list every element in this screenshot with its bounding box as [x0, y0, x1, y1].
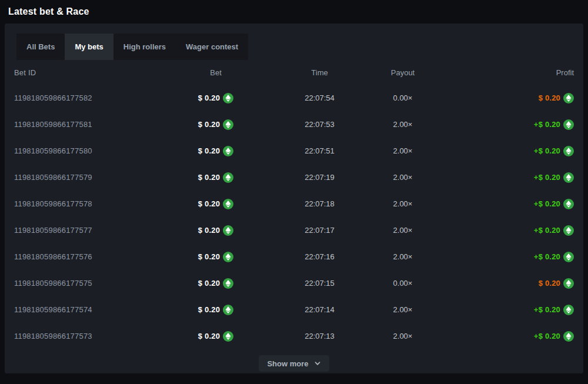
time-cell: 22:07:53	[257, 120, 382, 129]
ethereum-coin-icon	[223, 146, 233, 156]
bet-cell: $ 0.20	[175, 252, 257, 262]
ethereum-coin-icon	[223, 225, 233, 236]
bet-id-cell[interactable]: 119818059866177573	[14, 332, 175, 340]
page-header: Latest bet & Race	[0, 0, 588, 24]
time-cell: 22:07:15	[257, 279, 382, 288]
payout-cell: 2.00×	[382, 120, 423, 129]
ethereum-coin-icon	[223, 172, 233, 183]
profit-cell: +$ 0.20	[423, 146, 574, 156]
time-cell: 22:07:13	[257, 332, 382, 340]
payout-cell: 2.00×	[382, 332, 423, 340]
table-row[interactable]: 119818059866177576 $ 0.20 22:07:16 2.00×…	[5, 243, 583, 270]
bets-tabbar: All Bets My bets High rollers Wager cont…	[16, 34, 248, 60]
ethereum-coin-icon	[563, 93, 574, 103]
show-more-container: Show more	[5, 355, 583, 372]
bet-amount: $ 0.20	[198, 252, 220, 261]
tab-wager-contest[interactable]: Wager contest	[176, 34, 248, 60]
bet-cell: $ 0.20	[175, 119, 257, 130]
table-header-row: Bet ID Bet Time Payout Profit	[5, 60, 583, 85]
profit-cell: $ 0.20	[423, 93, 574, 103]
profit-amount: +$ 0.20	[534, 252, 560, 261]
profit-cell: $ 0.20	[423, 278, 574, 289]
ethereum-coin-icon	[563, 252, 574, 262]
bet-id-cell[interactable]: 119818059866177579	[14, 173, 175, 182]
column-header-profit: Profit	[423, 68, 574, 77]
tab-all-bets[interactable]: All Bets	[16, 34, 65, 60]
payout-cell: 2.00×	[382, 146, 423, 155]
bet-amount: $ 0.20	[198, 279, 220, 288]
profit-amount: $ 0.20	[539, 94, 560, 102]
bet-id-cell[interactable]: 119818059866177581	[14, 120, 175, 129]
bet-id-cell[interactable]: 119818059866177582	[14, 94, 175, 102]
time-cell: 22:07:17	[257, 226, 382, 235]
time-cell: 22:07:19	[257, 173, 382, 182]
bet-amount: $ 0.20	[198, 332, 220, 340]
bet-amount: $ 0.20	[198, 94, 220, 102]
bet-id-cell[interactable]: 119818059866177580	[14, 146, 175, 155]
profit-cell: +$ 0.20	[423, 199, 574, 209]
payout-cell: 2.00×	[382, 252, 423, 261]
profit-amount: +$ 0.20	[534, 173, 560, 182]
table-row[interactable]: 119818059866177579 $ 0.20 22:07:19 2.00×…	[5, 164, 583, 191]
payout-cell: 0.00×	[382, 94, 423, 102]
table-row[interactable]: 119818059866177581 $ 0.20 22:07:53 2.00×…	[5, 111, 583, 138]
profit-cell: +$ 0.20	[423, 225, 574, 236]
payout-cell: 2.00×	[382, 226, 423, 235]
profit-amount: +$ 0.20	[534, 226, 560, 235]
bet-cell: $ 0.20	[175, 278, 257, 289]
profit-cell: +$ 0.20	[423, 305, 574, 315]
page-title: Latest bet & Race	[8, 6, 89, 17]
table-row[interactable]: 119818059866177577 $ 0.20 22:07:17 2.00×…	[5, 217, 583, 243]
time-cell: 22:07:14	[257, 305, 382, 314]
payout-cell: 2.00×	[382, 199, 423, 208]
ethereum-coin-icon	[563, 305, 574, 315]
column-header-payout: Payout	[382, 68, 423, 77]
chevron-down-icon	[314, 360, 321, 367]
time-cell: 22:07:16	[257, 252, 382, 261]
table-row[interactable]: 119818059866177578 $ 0.20 22:07:18 2.00×…	[5, 191, 583, 217]
table-row[interactable]: 119818059866177574 $ 0.20 22:07:14 2.00×…	[5, 296, 583, 323]
ethereum-coin-icon	[563, 225, 574, 236]
profit-cell: +$ 0.20	[423, 331, 574, 342]
ethereum-coin-icon	[563, 199, 574, 209]
bet-id-cell[interactable]: 119818059866177576	[14, 252, 175, 261]
table-row[interactable]: 119818059866177580 $ 0.20 22:07:51 2.00×…	[5, 138, 583, 164]
bet-id-cell[interactable]: 119818059866177574	[14, 305, 175, 314]
column-header-time: Time	[257, 68, 382, 77]
show-more-label: Show more	[267, 359, 308, 368]
profit-amount: +$ 0.20	[534, 199, 560, 208]
ethereum-coin-icon	[223, 119, 233, 130]
profit-cell: +$ 0.20	[423, 119, 574, 130]
ethereum-coin-icon	[563, 331, 574, 342]
table-row[interactable]: 119818059866177582 $ 0.20 22:07:54 0.00×…	[5, 85, 583, 111]
bet-id-cell[interactable]: 119818059866177575	[14, 279, 175, 288]
show-more-button[interactable]: Show more	[259, 355, 329, 372]
ethereum-coin-icon	[563, 278, 574, 289]
ethereum-coin-icon	[223, 331, 233, 342]
time-cell: 22:07:51	[257, 146, 382, 155]
payout-cell: 2.00×	[382, 173, 423, 182]
bet-cell: $ 0.20	[175, 93, 257, 103]
bet-id-cell[interactable]: 119818059866177577	[14, 226, 175, 235]
column-header-bet-id: Bet ID	[14, 68, 175, 77]
bet-amount: $ 0.20	[198, 120, 220, 129]
ethereum-coin-icon	[223, 278, 233, 289]
tab-high-rollers[interactable]: High rollers	[113, 34, 176, 60]
latest-bets-panel: All Bets My bets High rollers Wager cont…	[5, 24, 583, 373]
bet-id-cell[interactable]: 119818059866177578	[14, 199, 175, 208]
ethereum-coin-icon	[223, 305, 233, 315]
payout-cell: 0.00×	[382, 279, 423, 288]
tab-my-bets[interactable]: My bets	[65, 34, 113, 60]
time-cell: 22:07:54	[257, 94, 382, 102]
table-row[interactable]: 119818059866177575 $ 0.20 22:07:15 0.00×…	[5, 270, 583, 296]
ethereum-coin-icon	[223, 252, 233, 262]
time-cell: 22:07:18	[257, 199, 382, 208]
bet-cell: $ 0.20	[175, 172, 257, 183]
profit-amount: +$ 0.20	[534, 332, 560, 340]
table-row[interactable]: 119818059866177573 $ 0.20 22:07:13 2.00×…	[5, 323, 583, 349]
bet-cell: $ 0.20	[175, 146, 257, 156]
ethereum-coin-icon	[563, 172, 574, 183]
bet-cell: $ 0.20	[175, 305, 257, 315]
profit-amount: +$ 0.20	[534, 120, 560, 129]
bet-amount: $ 0.20	[198, 226, 220, 235]
